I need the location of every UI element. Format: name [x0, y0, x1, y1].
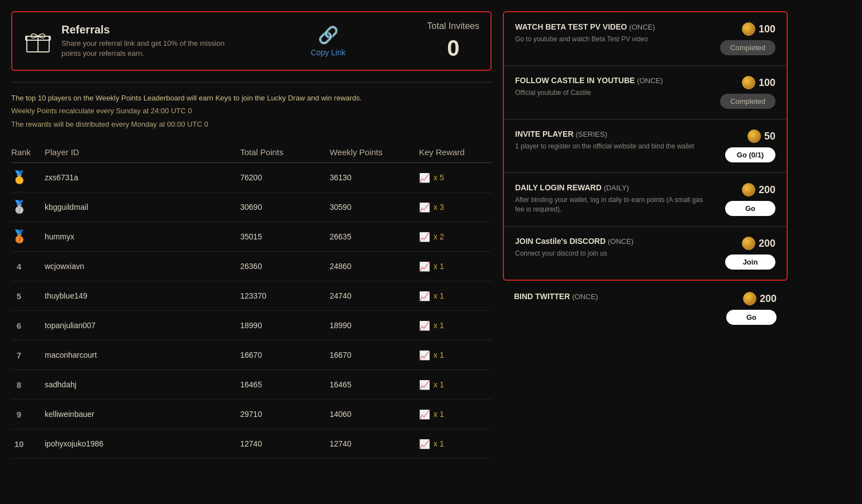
player-id: thuyblue149 [45, 291, 240, 300]
go-button[interactable]: Go [725, 201, 775, 216]
table-row: 🥈 kbgguildmail 30690 30590 📈 x 3 [11, 193, 492, 222]
mission-points: 200 [759, 184, 775, 196]
go-button[interactable]: Go (0/1) [725, 147, 775, 162]
mission-title: BIND TWITTER (ONCE) [514, 292, 708, 301]
rank-cell: 6 [11, 318, 45, 333]
points-badge: 50 [747, 129, 775, 143]
weekly-points-cell: 24860 [330, 262, 419, 271]
mission-item: DAILY LOGIN REWARD (DAILY) After binding… [504, 173, 787, 227]
rank-cell: 8 [11, 377, 45, 392]
mission-right: 200 Go [715, 292, 777, 325]
mission-title: FOLLOW CASTILE IN YOUTUBE (ONCE) [515, 76, 707, 85]
rank-badge: 4 [11, 258, 27, 274]
total-points-cell: 16670 [240, 351, 330, 359]
points-badge: 100 [742, 76, 775, 89]
key-reward-value: x 1 [434, 410, 444, 419]
key-reward-value: x 1 [434, 321, 444, 330]
key-icon: 📈 [419, 350, 430, 361]
mission-desc: Official youtube of Castile [515, 88, 707, 98]
info-line3: The rewards will be distributed every Mo… [11, 118, 492, 131]
mission-frequency: (ONCE) [608, 237, 634, 246]
key-reward-cell: 📈 x 3 [419, 202, 492, 213]
table-row: 4 wcjowxiavn 26360 24860 📈 x 1 [11, 252, 492, 281]
total-invitees-value: 0 [427, 36, 479, 61]
key-icon: 📈 [419, 439, 430, 449]
key-reward-value: x 5 [434, 173, 444, 182]
player-id: topanjulian007 [45, 321, 240, 330]
player-id: hummyx [45, 232, 240, 241]
join-button[interactable]: Join [725, 255, 775, 270]
go-button[interactable]: Go [726, 310, 777, 325]
total-points-cell: 76200 [240, 173, 330, 182]
mission-item: INVITE PLAYER (SERIES) 1 player to regis… [504, 119, 787, 173]
rank-badge: 8 [11, 377, 27, 392]
leaderboard-header: Rank Player ID Total Points Weekly Point… [11, 142, 492, 163]
key-reward-value: x 1 [434, 291, 444, 300]
points-badge: 200 [743, 292, 777, 305]
mission-right: 50 Go (0/1) [714, 129, 775, 162]
table-row: 🥉 hummyx 35015 26635 📈 x 2 [11, 222, 492, 252]
rank-cell: 🥉 [11, 229, 45, 244]
referrals-text: Referrals Share your referral link and g… [61, 23, 229, 59]
total-points-cell: 35015 [240, 232, 330, 241]
key-reward-cell: 📈 x 1 [419, 409, 492, 420]
mission-right: 200 Go [714, 183, 775, 216]
mission-frequency: (ONCE) [637, 76, 663, 85]
weekly-points-cell: 24740 [330, 291, 419, 300]
weekly-points-cell: 14060 [330, 410, 419, 419]
table-row: 7 maconharcourt 16670 16670 📈 x 1 [11, 340, 492, 370]
mission-info: BIND TWITTER (ONCE) [514, 292, 708, 304]
player-id: sadhdahj [45, 380, 240, 389]
main-container: Referrals Share your referral link and g… [0, 0, 862, 504]
copy-link-button[interactable]: 🔗 Copy Link [311, 25, 345, 57]
divider [11, 82, 492, 83]
key-reward-cell: 📈 x 1 [419, 350, 492, 361]
mission-item: FOLLOW CASTILE IN YOUTUBE (ONCE) Officia… [504, 66, 787, 119]
mission-right: 100 Completed [714, 76, 775, 109]
key-reward-value: x 3 [434, 203, 444, 212]
mission-title: JOIN Castile's DISCORD (ONCE) [515, 237, 707, 246]
col-key-reward: Key Reward [419, 147, 492, 157]
mission-frequency: (ONCE) [572, 292, 598, 301]
info-section: The top 10 players on the Weekly Points … [11, 92, 492, 131]
total-points-cell: 123370 [240, 291, 330, 300]
referrals-description: Share your referral link and get 10% of … [61, 39, 229, 59]
key-reward-cell: 📈 x 1 [419, 439, 492, 449]
referrals-title: Referrals [61, 23, 229, 36]
mission-info: JOIN Castile's DISCORD (ONCE) Connect yo… [515, 237, 707, 258]
mission-info: FOLLOW CASTILE IN YOUTUBE (ONCE) Officia… [515, 76, 707, 98]
referrals-box: Referrals Share your referral link and g… [11, 11, 492, 71]
key-reward-value: x 1 [434, 439, 444, 448]
total-points-cell: 12740 [240, 439, 330, 448]
table-row: 10 ipohyxojuko1986 12740 12740 📈 x 1 [11, 429, 492, 459]
key-icon: 📈 [419, 232, 430, 242]
mission-points: 100 [759, 77, 775, 89]
weekly-points-cell: 16670 [330, 351, 419, 359]
mission-title: WATCH BETA TEST PV VIDEO (ONCE) [515, 22, 707, 31]
player-id: kelliweinbauer [45, 410, 240, 419]
weekly-points-cell: 30590 [330, 203, 419, 212]
mission-item-outside: BIND TWITTER (ONCE) 200 Go [503, 282, 788, 335]
missions-container: WATCH BETA TEST PV VIDEO (ONCE) Go to yo… [503, 11, 788, 281]
rank-badge: 6 [11, 318, 27, 333]
leaderboard-body: 🥇 zxs6731a 76200 36130 📈 x 5 🥈 kbgguildm… [11, 163, 492, 459]
table-row: 6 topanjulian007 18990 18990 📈 x 1 [11, 311, 492, 340]
weekly-points-cell: 16465 [330, 380, 419, 389]
table-row: 9 kelliweinbauer 29710 14060 📈 x 1 [11, 400, 492, 429]
mission-desc: Go to youtube and watch Beta Test PV vid… [515, 35, 707, 44]
key-icon: 📈 [419, 409, 430, 420]
key-reward-cell: 📈 x 1 [419, 320, 492, 331]
mission-item: JOIN Castile's DISCORD (ONCE) Connect yo… [504, 227, 787, 280]
mission-info: INVITE PLAYER (SERIES) 1 player to regis… [515, 129, 707, 151]
key-reward-cell: 📈 x 5 [419, 172, 492, 183]
mission-right: 200 Join [714, 237, 775, 270]
mission-info: DAILY LOGIN REWARD (DAILY) After binding… [515, 183, 707, 214]
mission-item: WATCH BETA TEST PV VIDEO (ONCE) Go to yo… [504, 12, 787, 66]
weekly-points-cell: 18990 [330, 321, 419, 330]
mission-frequency: (ONCE) [629, 23, 655, 31]
col-total-points: Total Points [240, 147, 330, 157]
info-line1: The top 10 players on the Weekly Points … [11, 92, 492, 104]
mission-frequency: (DAILY) [604, 184, 629, 192]
points-badge: 100 [742, 22, 775, 36]
left-panel: Referrals Share your referral link and g… [11, 11, 492, 493]
